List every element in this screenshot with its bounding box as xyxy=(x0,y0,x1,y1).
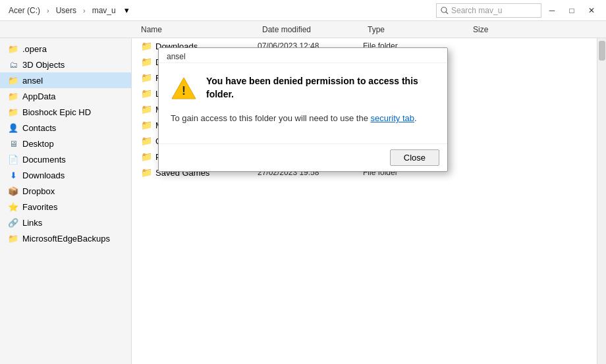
sidebar-label: MicrosoftEdgeBackups xyxy=(22,234,110,244)
sidebar-item-favorites[interactable]: ⭐ Favorites xyxy=(0,199,131,215)
title-bar-controls: Search mav_u ─ □ ✕ xyxy=(436,1,601,20)
sidebar-item-downloads[interactable]: ⬇ Downloads xyxy=(0,167,131,183)
folder-icon: 📁 xyxy=(141,120,152,130)
folder-icon: 📁 xyxy=(141,167,152,178)
dialog-title: ansel xyxy=(167,52,186,61)
col-header-name[interactable]: Name xyxy=(132,25,257,34)
sub-text-pre: To gain access to this folder you will n… xyxy=(171,113,371,123)
svg-text:!: ! xyxy=(182,84,186,97)
sidebar-label: Downloads xyxy=(22,170,65,180)
sidebar: 📁 .opera 🗂 3D Objects 📁 ansel 📁 AppData … xyxy=(0,38,132,364)
sidebar-label: 3D Objects xyxy=(22,60,65,70)
sidebar-item-edgebackups[interactable]: 📁 MicrosoftEdgeBackups xyxy=(0,230,131,246)
sidebar-item-bioshock[interactable]: 📁 Bioshock Epic HD xyxy=(0,104,131,120)
folder-icon: 📁 xyxy=(8,75,18,86)
svg-point-0 xyxy=(441,7,447,13)
folder-icon: 📁 xyxy=(8,91,18,101)
sidebar-item-documents[interactable]: 📄 Documents xyxy=(0,151,131,167)
scrollbar-thumb[interactable] xyxy=(599,41,605,61)
column-headers: Name Date modified Type Size xyxy=(0,21,606,38)
sidebar-item-opera[interactable]: 📁 .opera xyxy=(0,41,131,57)
minimize-button[interactable]: ─ xyxy=(543,1,561,20)
sidebar-label: Links xyxy=(22,218,42,228)
search-icon xyxy=(441,7,449,14)
window-close-button[interactable]: ✕ xyxy=(582,1,601,20)
folder-icon: 📁 xyxy=(8,233,18,244)
search-box[interactable]: Search mav_u xyxy=(436,3,541,18)
sidebar-item-desktop[interactable]: 🖥 Desktop xyxy=(0,136,131,151)
sidebar-label: ansel xyxy=(22,76,43,86)
sidebar-item-dropbox[interactable]: 📦 Dropbox xyxy=(0,183,131,199)
title-bar: Acer (C:) › Users › mav_u ▾ Search mav_u… xyxy=(0,0,606,21)
folder-icon: 📁 xyxy=(141,136,152,146)
links-icon: 🔗 xyxy=(8,217,18,228)
sidebar-label: Documents xyxy=(22,155,66,165)
contacts-icon: 👤 xyxy=(8,122,18,133)
col-header-type[interactable]: Type xyxy=(362,25,468,34)
breadcrumb-sep-2: › xyxy=(83,7,86,14)
breadcrumb-dropdown[interactable]: ▾ xyxy=(124,5,129,15)
col-header-date[interactable]: Date modified xyxy=(257,25,362,34)
sidebar-label: Dropbox xyxy=(22,186,55,196)
3d-objects-icon: 🗂 xyxy=(8,59,18,70)
close-dialog-button[interactable]: Close xyxy=(390,149,439,166)
dialog-top: ! You have been denied permission to acc… xyxy=(171,75,434,101)
sidebar-label: Desktop xyxy=(22,139,54,149)
security-tab-link[interactable]: security tab xyxy=(371,113,414,123)
sidebar-label: Bioshock Epic HD xyxy=(22,107,91,117)
dropbox-icon: 📦 xyxy=(8,186,18,196)
documents-icon: 📄 xyxy=(8,154,18,165)
favorites-icon: ⭐ xyxy=(8,201,18,212)
breadcrumb-mav-u[interactable]: mav_u xyxy=(89,5,119,16)
folder-icon: 📁 xyxy=(141,88,152,99)
folder-icon: 📁 xyxy=(8,107,18,117)
sidebar-label: .opera xyxy=(22,44,47,54)
search-placeholder: Search mav_u xyxy=(451,6,502,15)
sidebar-item-appdata[interactable]: 📁 AppData xyxy=(0,88,131,104)
dialog-sub-text: To gain access to this folder you will n… xyxy=(171,112,434,125)
sidebar-item-3dobjects[interactable]: 🗂 3D Objects xyxy=(0,57,131,72)
sidebar-item-contacts[interactable]: 👤 Contacts xyxy=(0,120,131,136)
folder-icon: 📁 xyxy=(141,41,152,51)
folder-icon: 📁 xyxy=(8,43,18,54)
dialog-body: ! You have been denied permission to acc… xyxy=(159,63,447,143)
warning-icon: ! xyxy=(171,75,197,101)
downloads-icon: ⬇ xyxy=(8,170,18,180)
dialog-main-text: You have been denied permission to acces… xyxy=(206,75,434,101)
maximize-button[interactable]: □ xyxy=(563,1,581,20)
dialog-titlebar: ansel xyxy=(159,48,447,63)
folder-icon: 📁 xyxy=(141,151,152,162)
dialog-footer: Close xyxy=(159,143,447,171)
svg-line-1 xyxy=(446,12,448,14)
folder-icon: 📁 xyxy=(141,57,152,67)
folder-icon: 📁 xyxy=(141,72,152,83)
sidebar-item-links[interactable]: 🔗 Links xyxy=(0,215,131,230)
folder-icon: 📁 xyxy=(141,104,152,115)
sidebar-item-ansel[interactable]: 📁 ansel xyxy=(0,72,131,88)
scrollbar[interactable] xyxy=(597,38,606,364)
breadcrumb-users[interactable]: Users xyxy=(53,5,80,16)
desktop-icon: 🖥 xyxy=(8,138,18,149)
sidebar-label: AppData xyxy=(22,91,56,101)
sidebar-label: Favorites xyxy=(22,202,57,212)
col-header-size[interactable]: Size xyxy=(468,25,534,34)
sub-text-post: . xyxy=(414,113,417,123)
sidebar-label: Contacts xyxy=(22,123,56,133)
breadcrumb-acer[interactable]: Acer (C:) xyxy=(5,5,43,16)
breadcrumb-sep-1: › xyxy=(47,7,49,14)
permission-dialog: ansel ! You have been denied permission … xyxy=(158,47,448,172)
